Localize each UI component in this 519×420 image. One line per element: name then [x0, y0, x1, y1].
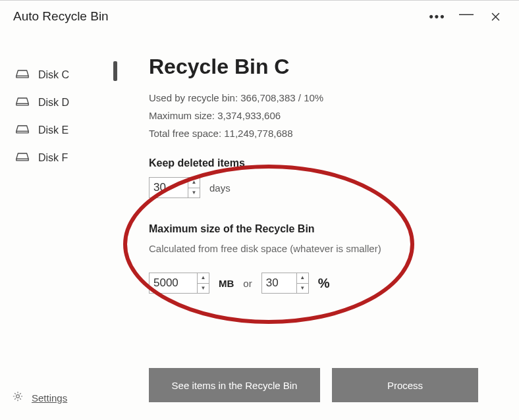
maxsize-mb-stepper[interactable]: ▲ ▼ [149, 273, 209, 294]
sidebar-item-label: Disk D [38, 97, 69, 109]
see-items-button[interactable]: See items in the Recycle Bin [149, 368, 320, 402]
sidebar-item-disk-f[interactable]: Disk F [0, 144, 117, 172]
sidebar-item-label: Disk C [38, 69, 69, 81]
stat-free: Total free space: 11,249,778,688 [149, 128, 499, 139]
keep-unit: days [209, 182, 231, 194]
disk-icon [16, 152, 29, 164]
stepper-up-icon[interactable]: ▲ [188, 178, 200, 188]
titlebar: Auto Recycle Bin ••• — [0, 1, 519, 32]
close-button[interactable] [481, 1, 510, 32]
settings-label: Settings [32, 392, 67, 404]
svg-point-6 [16, 395, 20, 398]
sidebar-item-disk-c[interactable]: Disk C [0, 61, 117, 89]
or-label: or [243, 278, 252, 289]
stepper-down-icon[interactable]: ▼ [188, 188, 200, 198]
stat-used: Used by recycle bin: 366,708,383 / 10% [149, 92, 499, 103]
maxsize-mb-input[interactable] [150, 273, 197, 293]
app-window: Auto Recycle Bin ••• — Disk C [0, 0, 519, 420]
sidebar-item-label: Disk F [38, 152, 68, 164]
mb-unit: MB [219, 278, 234, 289]
minimize-button[interactable]: — [452, 0, 481, 30]
stats-block: Used by recycle bin: 366,708,383 / 10% M… [149, 92, 499, 139]
stat-max: Maximum size: 3,374,933,606 [149, 110, 499, 121]
pct-unit: % [318, 276, 330, 291]
stepper-down-icon[interactable]: ▼ [297, 284, 308, 294]
keep-title: Keep deleted items [149, 157, 499, 169]
process-button[interactable]: Process [332, 368, 478, 402]
keep-days-input[interactable] [150, 178, 188, 197]
page-title: Recycle Bin C [149, 55, 499, 79]
stepper-down-icon[interactable]: ▼ [198, 284, 209, 294]
settings-link[interactable]: Settings [12, 390, 67, 405]
sidebar-item-disk-d[interactable]: Disk D [0, 89, 117, 117]
stepper-up-icon[interactable]: ▲ [297, 273, 308, 284]
disk-icon [16, 69, 29, 81]
gear-icon [12, 390, 24, 405]
disk-icon [16, 97, 29, 109]
maxsize-hint: Calculated from free disk space (whateve… [149, 243, 499, 254]
maxsize-title: Maximum size of the Recycle Bin [149, 223, 499, 235]
more-button[interactable]: ••• [423, 1, 452, 32]
process-label: Process [387, 380, 423, 391]
sidebar-item-label: Disk E [38, 124, 68, 136]
sidebar-item-disk-e[interactable]: Disk E [0, 117, 117, 144]
keep-days-stepper[interactable]: ▲ ▼ [149, 177, 200, 198]
disk-icon [16, 124, 29, 136]
maxsize-pct-stepper[interactable]: ▲ ▼ [261, 273, 309, 294]
maxsize-pct-input[interactable] [262, 273, 296, 293]
main-panel: Recycle Bin C Used by recycle bin: 366,7… [117, 32, 519, 420]
app-title: Auto Recycle Bin [13, 9, 109, 24]
stepper-up-icon[interactable]: ▲ [198, 273, 209, 284]
sidebar: Disk C Disk D Disk E [0, 32, 117, 420]
see-items-label: See items in the Recycle Bin [172, 380, 298, 391]
